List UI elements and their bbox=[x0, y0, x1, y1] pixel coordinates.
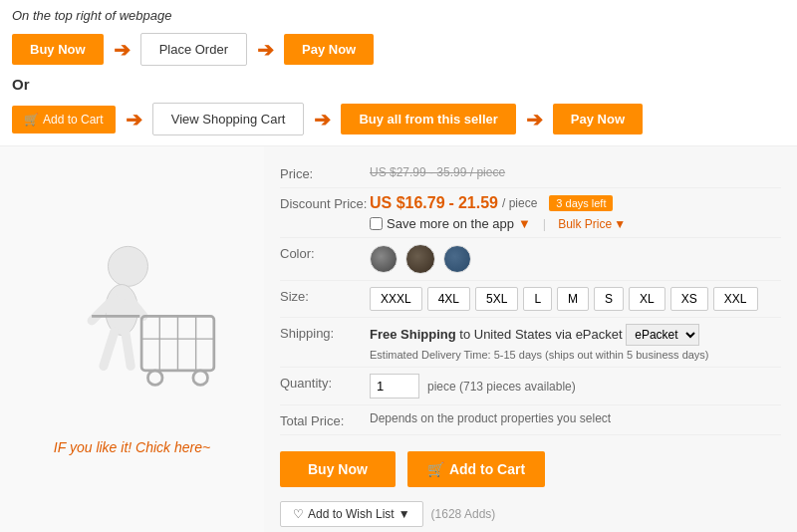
arrow-2: ➔ bbox=[257, 38, 274, 62]
shipping-row: Shipping: Free Shipping to United States… bbox=[280, 318, 781, 368]
discount-label: Discount Price: bbox=[280, 194, 370, 211]
heart-icon: ♡ bbox=[293, 507, 304, 521]
pay-now-button-1[interactable]: Pay Now bbox=[284, 34, 374, 65]
or-row: Or bbox=[0, 72, 797, 97]
per-piece: / piece bbox=[502, 196, 537, 210]
or-label: Or bbox=[12, 76, 30, 93]
action-buttons: Buy Now 🛒 Add to Cart bbox=[280, 443, 781, 495]
bulk-price-chevron: ▼ bbox=[614, 217, 626, 231]
shipping-label: Shipping: bbox=[280, 324, 370, 341]
size-xxxl[interactable]: XXXL bbox=[370, 287, 422, 311]
product-section: IF you like it! Chick here~ Price: US $2… bbox=[0, 145, 797, 532]
size-l[interactable]: L bbox=[523, 287, 552, 311]
discount-price-row: Discount Price: US $16.79 - 21.59 / piec… bbox=[280, 188, 781, 238]
size-s[interactable]: S bbox=[594, 287, 624, 311]
delivery-time: Estimated Delivery Time: 5-15 days (ship… bbox=[370, 349, 781, 361]
size-options: XXXL 4XL 5XL L M S XL XS XXL bbox=[370, 287, 781, 311]
instruction-text: On the top right of webpage bbox=[0, 0, 797, 27]
size-row: Size: XXXL 4XL 5XL L M S XL XS XXL bbox=[280, 281, 781, 318]
wishlist-chevron: ▼ bbox=[398, 507, 410, 521]
price-high: 21.59 bbox=[458, 194, 498, 212]
total-price-value: Depends on the product properties you se… bbox=[370, 411, 781, 425]
add-to-wishlist-button[interactable]: ♡ Add to Wish List ▼ bbox=[280, 501, 423, 527]
shipping-to-text: to United States via ePacket bbox=[459, 327, 622, 342]
place-order-button[interactable]: Place Order bbox=[140, 33, 247, 66]
add-to-cart-label-small: Add to Cart bbox=[43, 113, 104, 127]
price-label: Price: bbox=[280, 164, 370, 181]
color-swatch-3[interactable] bbox=[443, 245, 471, 273]
days-left-badge: 3 days left bbox=[549, 195, 613, 211]
pay-now-button-2[interactable]: Pay Now bbox=[553, 104, 643, 134]
buy-now-button-1[interactable]: Buy Now bbox=[12, 34, 104, 65]
size-options-container: XXXL 4XL 5XL L M S XL XS XXL bbox=[370, 287, 781, 311]
piece-available: piece (713 pieces available) bbox=[427, 380, 576, 394]
svg-point-12 bbox=[147, 371, 162, 386]
bulk-price-button[interactable]: Bulk Price ▼ bbox=[558, 217, 626, 231]
size-m[interactable]: M bbox=[557, 287, 589, 311]
buy-from-seller-button[interactable]: Buy all from this seller bbox=[341, 104, 515, 134]
total-price-row: Total Price: Depends on the product prop… bbox=[280, 405, 781, 435]
size-4xl[interactable]: 4XL bbox=[427, 287, 470, 311]
wish-list-area: ♡ Add to Wish List ▼ (1628 Adds) bbox=[280, 501, 781, 527]
save-more-text: Save more on the app bbox=[387, 216, 514, 231]
color-swatch-1[interactable] bbox=[370, 245, 398, 273]
arrow-3: ➔ bbox=[126, 108, 142, 132]
quantity-value-area: piece (713 pieces available) bbox=[370, 374, 781, 399]
add-to-wishlist-label: Add to Wish List bbox=[308, 507, 395, 521]
size-5xl[interactable]: 5XL bbox=[475, 287, 518, 311]
color-row: Color: bbox=[280, 238, 781, 281]
quantity-input[interactable] bbox=[370, 374, 419, 399]
size-xl[interactable]: XL bbox=[629, 287, 665, 311]
arrow-1: ➔ bbox=[114, 38, 131, 62]
add-to-cart-button-main[interactable]: 🛒 Add to Cart bbox=[407, 451, 545, 487]
flow-row-1: Buy Now ➔ Place Order ➔ Pay Now bbox=[0, 27, 797, 72]
svg-point-0 bbox=[108, 246, 147, 286]
svg-line-5 bbox=[125, 332, 130, 367]
flow-row-2: 🛒 Add to Cart ➔ View Shopping Cart ➔ Buy… bbox=[0, 97, 797, 141]
price-original-value: US $27.99 - 35.99 / piece bbox=[370, 165, 505, 179]
cart-icon-small: 🛒 bbox=[24, 113, 39, 127]
color-swatches bbox=[370, 244, 781, 274]
arrow-4: ➔ bbox=[314, 108, 331, 132]
shipping-select[interactable]: ePacket bbox=[626, 324, 699, 346]
add-to-cart-label-main: Add to Cart bbox=[449, 461, 525, 477]
save-more-checkbox[interactable] bbox=[370, 217, 383, 230]
bulk-price-label: Bulk Price bbox=[558, 217, 612, 231]
price-row: Price: US $27.99 - 35.99 / piece bbox=[280, 158, 781, 188]
product-details: Price: US $27.99 - 35.99 / piece Discoun… bbox=[264, 146, 797, 532]
cart-icon-main: 🛒 bbox=[427, 461, 444, 477]
shipping-info: Free Shipping to United States via ePack… bbox=[370, 324, 781, 361]
svg-point-13 bbox=[192, 371, 207, 386]
product-figure bbox=[33, 230, 232, 429]
total-price-label: Total Price: bbox=[280, 411, 370, 428]
size-xxl[interactable]: XXL bbox=[713, 287, 758, 311]
view-shopping-cart-button[interactable]: View Shopping Cart bbox=[152, 103, 305, 135]
svg-line-4 bbox=[103, 332, 114, 367]
quantity-row: Quantity: piece (713 pieces available) bbox=[280, 368, 781, 405]
price-original: US $27.99 - 35.99 / piece bbox=[370, 164, 781, 179]
quantity-label: Quantity: bbox=[280, 374, 370, 391]
if-you-like-text: IF you like it! Chick here~ bbox=[54, 439, 210, 455]
add-to-cart-button-small[interactable]: 🛒 Add to Cart bbox=[12, 106, 116, 133]
pipe-separator: | bbox=[543, 216, 546, 231]
buy-now-button-main[interactable]: Buy Now bbox=[280, 451, 396, 487]
price-low: US $16.79 bbox=[370, 194, 445, 212]
size-xs[interactable]: XS bbox=[670, 287, 708, 311]
arrow-5: ➔ bbox=[526, 108, 543, 132]
price-separator: - bbox=[449, 194, 454, 212]
color-swatch-2[interactable] bbox=[405, 244, 435, 274]
adds-count: (1628 Adds) bbox=[431, 507, 496, 521]
discount-value: US $16.79 - 21.59 / piece 3 days left Sa… bbox=[370, 194, 781, 231]
color-label: Color: bbox=[280, 244, 370, 261]
save-more-arrow: ▼ bbox=[518, 216, 531, 231]
save-more-row: Save more on the app ▼ | Bulk Price ▼ bbox=[370, 216, 781, 231]
size-label: Size: bbox=[280, 287, 370, 304]
free-shipping-text: Free Shipping bbox=[370, 327, 456, 342]
product-image-area: IF you like it! Chick here~ bbox=[0, 146, 264, 532]
